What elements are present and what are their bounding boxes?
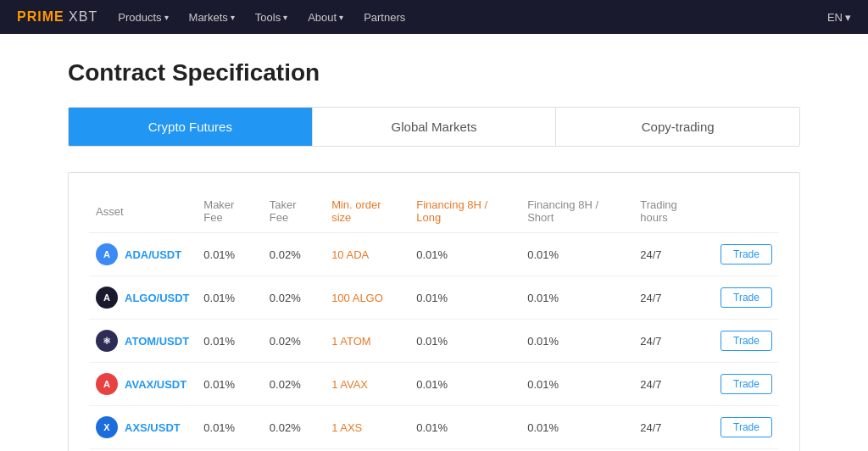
asset-name: AXS/USDT [125, 421, 181, 434]
logo-xbt: XBT [64, 9, 98, 24]
financing-short: 0.01% [520, 233, 633, 276]
trade-cell: Trade [714, 363, 779, 406]
maker-fee: 0.01% [197, 320, 263, 363]
financing-short: 0.01% [520, 276, 633, 320]
financing-short: 0.01% [520, 363, 633, 406]
language-selector[interactable]: EN ▾ [827, 11, 851, 24]
asset-name: AVAX/USDT [125, 378, 186, 391]
nav-partners[interactable]: Partners [364, 11, 405, 24]
table-header: Asset [89, 190, 197, 233]
min-order-size: 100 ALGO [325, 276, 409, 320]
table-header: Trading hours [633, 190, 714, 233]
trade-button[interactable]: Trade [721, 374, 772, 394]
coin-icon: A [96, 287, 118, 309]
table-header: Taker Fee [263, 190, 325, 233]
trading-hours: 24/7 [633, 406, 714, 449]
coin-icon: A [96, 243, 118, 265]
coin-icon: A [96, 373, 118, 395]
financing-long: 0.01% [409, 276, 520, 320]
trading-hours: 24/7 [633, 233, 714, 276]
trade-cell: Trade [714, 233, 779, 276]
financing-short: 0.01% [520, 406, 633, 449]
page-content: Contract Specification Crypto Futures Gl… [0, 34, 868, 451]
tab-crypto-futures[interactable]: Crypto Futures [69, 108, 313, 146]
contract-table-container: AssetMaker FeeTaker FeeMin. order sizeFi… [68, 172, 800, 451]
table-row: ⚛ ATOM/USDT 0.01%0.02%1 ATOM0.01%0.01%24… [89, 320, 779, 363]
taker-fee: 0.02% [263, 363, 325, 406]
chevron-down-icon: ▾ [164, 13, 169, 22]
trade-button[interactable]: Trade [721, 331, 772, 351]
contract-table: AssetMaker FeeTaker FeeMin. order sizeFi… [89, 190, 779, 451]
asset-name: ADA/USDT [125, 248, 181, 261]
nav-tools[interactable]: Tools ▾ [255, 11, 287, 24]
table-header [714, 190, 779, 233]
table-header: Min. order size [325, 190, 409, 233]
min-order-size: 1 AVAX [325, 363, 409, 406]
taker-fee: 0.02% [263, 406, 325, 449]
maker-fee: 0.01% [197, 406, 263, 449]
navbar-left: PRIME XBT Products ▾ Markets ▾ Tools ▾ A… [17, 9, 405, 25]
nav-markets[interactable]: Markets ▾ [189, 11, 235, 24]
coin-icon: ⚛ [96, 330, 118, 352]
trade-button[interactable]: Trade [721, 287, 772, 308]
table-row: A ADA/USDT 0.01%0.02%10 ADA0.01%0.01%24/… [89, 233, 779, 276]
min-order-size: 1 AXS [325, 406, 409, 449]
maker-fee: 0.01% [197, 276, 263, 320]
financing-short: 0.01% [520, 320, 633, 363]
min-order-size: 10 ADA [325, 233, 409, 276]
trade-button[interactable]: Trade [721, 417, 772, 437]
table-header: Financing 8H / Short [520, 190, 633, 233]
table-header-row: AssetMaker FeeTaker FeeMin. order sizeFi… [89, 190, 779, 233]
tab-copy-trading[interactable]: Copy-trading [556, 108, 799, 146]
asset-cell: A ADA/USDT [89, 233, 197, 276]
chevron-down-icon: ▾ [339, 13, 343, 22]
tabs: Crypto Futures Global Markets Copy-tradi… [68, 107, 800, 147]
logo[interactable]: PRIME XBT [17, 9, 97, 25]
asset-name: ATOM/USDT [125, 335, 189, 348]
trading-hours: 24/7 [633, 276, 714, 320]
asset-name: ALGO/USDT [125, 292, 190, 304]
taker-fee: 0.02% [263, 320, 325, 363]
asset-cell: A ALGO/USDT [89, 276, 197, 320]
trade-cell: Trade [714, 320, 779, 363]
table-row: A AVAX/USDT 0.01%0.02%1 AVAX0.01%0.01%24… [89, 363, 779, 406]
table-row: X AXS/USDT 0.01%0.02%1 AXS0.01%0.01%24/7… [89, 406, 779, 449]
asset-cell: A AVAX/USDT [89, 363, 197, 406]
trade-cell: Trade [714, 406, 779, 449]
trade-button[interactable]: Trade [721, 244, 772, 264]
taker-fee: 0.02% [263, 276, 325, 320]
table-row: A ALGO/USDT 0.01%0.02%100 ALGO0.01%0.01%… [89, 276, 779, 320]
chevron-down-icon: ▾ [845, 11, 851, 24]
maker-fee: 0.01% [197, 233, 263, 276]
min-order-size: 1 ATOM [325, 320, 409, 363]
financing-long: 0.01% [409, 406, 520, 449]
chevron-down-icon: ▾ [283, 13, 287, 22]
nav-about[interactable]: About ▾ [308, 11, 343, 24]
chevron-down-icon: ▾ [231, 13, 235, 22]
nav-products[interactable]: Products ▾ [118, 11, 168, 24]
trading-hours: 24/7 [633, 320, 714, 363]
navbar: PRIME XBT Products ▾ Markets ▾ Tools ▾ A… [0, 0, 868, 34]
trade-cell: Trade [714, 276, 779, 320]
logo-prime: PRIME [17, 9, 64, 24]
financing-long: 0.01% [409, 233, 520, 276]
page-title: Contract Specification [68, 59, 800, 86]
financing-long: 0.01% [409, 363, 520, 406]
asset-cell: X AXS/USDT [89, 406, 197, 449]
maker-fee: 0.01% [197, 363, 263, 406]
coin-icon: X [96, 416, 118, 438]
trading-hours: 24/7 [633, 363, 714, 406]
table-body: A ADA/USDT 0.01%0.02%10 ADA0.01%0.01%24/… [89, 233, 779, 452]
table-header: Maker Fee [197, 190, 263, 233]
table-header: Financing 8H / Long [409, 190, 520, 233]
financing-long: 0.01% [409, 320, 520, 363]
taker-fee: 0.02% [263, 233, 325, 276]
asset-cell: ⚛ ATOM/USDT [89, 320, 197, 363]
tab-global-markets[interactable]: Global Markets [313, 108, 557, 146]
